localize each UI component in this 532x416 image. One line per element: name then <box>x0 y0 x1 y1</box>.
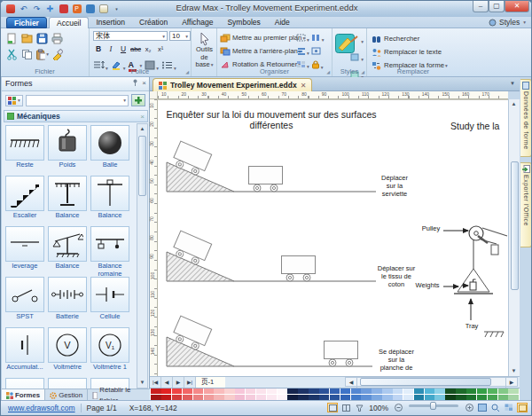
basic-tools-button[interactable]: Outils de base▾ <box>192 32 216 69</box>
panel-close-icon[interactable]: × <box>142 79 146 88</box>
replace-text-button[interactable]: Remplacer le texte <box>372 45 448 59</box>
palette-swatch[interactable] <box>278 389 287 394</box>
shapes-scrollbar[interactable]: ▲ ▼ <box>137 123 148 389</box>
palette-swatch[interactable] <box>425 395 434 400</box>
tab-fichier[interactable]: Fichier <box>6 17 47 28</box>
palette-swatch[interactable] <box>309 395 318 400</box>
palette-swatch[interactable] <box>414 389 424 394</box>
bold-button[interactable]: B <box>93 44 104 53</box>
shape-item[interactable]: Reste <box>5 125 44 169</box>
palette-swatch[interactable] <box>434 389 444 394</box>
palette-swatch[interactable] <box>361 395 371 400</box>
fill-style-icon[interactable]: ▾ <box>350 49 364 65</box>
minimize-button[interactable]: – <box>473 1 489 12</box>
doc-close-icon[interactable]: ✕ <box>301 82 307 90</box>
scroll-right-icon[interactable]: ▶ <box>505 377 517 388</box>
shape-item[interactable]: Batterie <box>48 277 87 321</box>
print-icon[interactable] <box>51 32 64 44</box>
tab-accueil[interactable]: Accueil <box>49 17 89 28</box>
palette-swatch[interactable] <box>204 395 214 400</box>
palette-swatch[interactable] <box>319 389 329 394</box>
palette-swatch[interactable] <box>246 389 255 394</box>
tab-creation[interactable]: Création <box>132 17 175 28</box>
diagram-title-fr[interactable]: Enquêter sur la loi du mouvement sur des… <box>165 109 378 131</box>
scroll-up-icon[interactable]: ▲ <box>137 124 147 134</box>
shape-item[interactable]: Balance <box>90 176 129 220</box>
palette-swatch[interactable] <box>393 389 403 394</box>
palette-swatch[interactable] <box>498 395 508 400</box>
palette-swatch[interactable] <box>445 389 455 394</box>
diagram-canvas[interactable] <box>158 100 508 377</box>
palette-swatch[interactable] <box>298 389 308 394</box>
palette-swatch[interactable] <box>183 395 192 400</box>
shapes-section-header[interactable]: Mécaniques × <box>4 110 148 122</box>
save-icon[interactable] <box>35 32 49 44</box>
horizontal-scrollbar[interactable]: ◀ ▶ <box>345 377 518 387</box>
palette-swatch[interactable] <box>340 395 350 400</box>
zoom-slider[interactable] <box>409 404 458 407</box>
palette-swatch[interactable] <box>224 389 234 394</box>
group-icon[interactable]: ▾ <box>296 34 309 43</box>
palette-swatch[interactable] <box>445 395 455 400</box>
palette-swatch[interactable] <box>382 389 392 394</box>
palette-swatch[interactable] <box>361 389 371 394</box>
font-size-select[interactable]: 10▾ <box>169 31 191 41</box>
search-button[interactable]: Rechercher <box>372 32 448 45</box>
palette-swatch[interactable] <box>477 389 487 394</box>
tab-aide[interactable]: Aide <box>268 17 297 28</box>
pulley-label[interactable]: Pulley <box>419 225 443 233</box>
shapes-search-input[interactable]: ▾ <box>26 95 129 106</box>
palette-swatch[interactable] <box>235 395 245 400</box>
vscrollbar-thumb[interactable] <box>511 161 519 290</box>
scroll-left-icon[interactable]: ◀ <box>346 377 357 388</box>
shape-item[interactable]: Balle <box>90 125 129 169</box>
filter-view-icon[interactable] <box>354 403 364 412</box>
hscrollbar-thumb[interactable] <box>360 378 491 386</box>
palette-swatch[interactable] <box>309 389 318 394</box>
line-style-icon[interactable]: ▾ <box>350 31 364 47</box>
open-file-icon[interactable] <box>20 32 34 44</box>
zoom-in-icon[interactable] <box>464 403 474 412</box>
styles-menu[interactable]: Styles▾ <box>489 17 526 28</box>
italic-button[interactable]: I <box>106 44 116 53</box>
new-file-icon[interactable] <box>5 32 19 44</box>
styles-dialog-launcher[interactable]: ◢ <box>361 69 364 75</box>
paste-icon[interactable]: ▾ <box>35 48 49 60</box>
shape-item[interactable]: Balance romaine <box>90 226 129 278</box>
distribute-icon[interactable]: ▾ <box>311 34 325 43</box>
palette-swatch[interactable] <box>403 389 413 394</box>
palette-swatch[interactable] <box>456 395 466 400</box>
palette-swatch[interactable] <box>508 389 518 394</box>
palette-swatch[interactable] <box>278 395 287 400</box>
edrawsoft-link[interactable]: www.edrawsoft.com <box>8 404 75 412</box>
palette-swatch[interactable] <box>488 389 497 394</box>
shape-item[interactable]: V Voltmètre <box>48 327 87 372</box>
vertical-scrollbar[interactable]: ▲ ▼ <box>508 99 520 376</box>
zoom-region-icon[interactable] <box>490 403 501 412</box>
palette-swatch[interactable] <box>161 389 171 394</box>
palette-swatch[interactable] <box>267 395 277 400</box>
shape-item[interactable]: V₁ Voltmètre 1 <box>90 327 129 372</box>
palette-swatch[interactable] <box>403 395 413 400</box>
drawing-page[interactable]: Enquêter sur la loi du mouvement sur des… <box>158 99 508 376</box>
palette-swatch[interactable] <box>183 389 192 394</box>
palette-swatch[interactable] <box>477 395 487 400</box>
palette-swatch[interactable] <box>151 395 160 400</box>
maximize-button[interactable]: ▢ <box>489 1 505 12</box>
shape-item[interactable]: Balance <box>48 226 87 271</box>
shape-item[interactable] <box>5 378 44 389</box>
title-bar[interactable]: ↶ ↷ ✛ P ▾ Edraw Max - Trolley Movement E… <box>1 1 532 17</box>
shape-item[interactable]: Balance <box>48 176 87 220</box>
organiser-dialog-launcher[interactable]: ◢ <box>326 69 330 75</box>
tab-affichage[interactable]: Affichage <box>175 17 220 28</box>
zoom-slider-thumb[interactable] <box>430 402 436 410</box>
palette-swatch[interactable] <box>393 395 403 400</box>
shape-item[interactable]: Accumulat... <box>5 327 44 372</box>
scroll-down-icon[interactable]: ▼ <box>509 366 519 376</box>
font-name-select[interactable]: 宋体▾ <box>93 31 168 41</box>
page-tab[interactable]: 页-1 <box>196 377 225 388</box>
palette-swatch[interactable] <box>267 389 277 394</box>
first-page-icon[interactable]: |◀ <box>150 377 161 388</box>
document-tab[interactable]: Trolley Movement Experiment.eddx ✕ <box>153 78 312 91</box>
scene3-label[interactable]: Se déplacer sur la planche de <box>378 349 415 373</box>
